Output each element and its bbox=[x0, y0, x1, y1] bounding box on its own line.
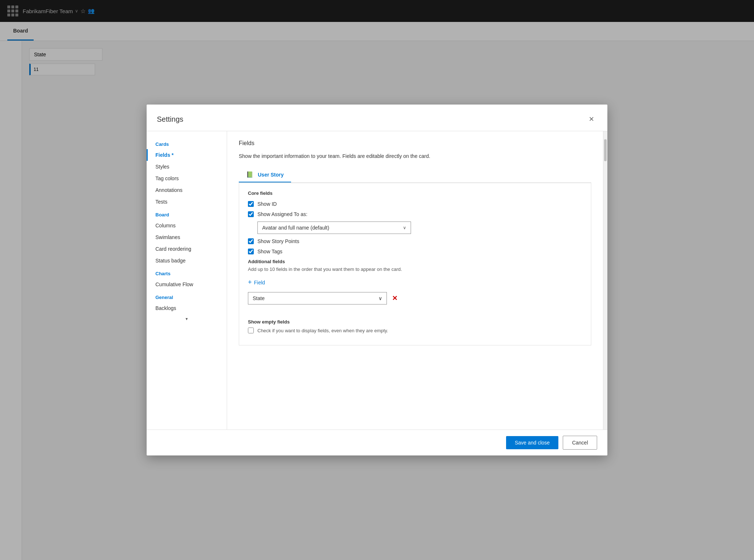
fields-section: Core fields Show ID Show Assigned To as:… bbox=[239, 183, 591, 345]
settings-nav: Cards Fields * Styles Tag colors Annotat… bbox=[147, 131, 227, 430]
scrollbar-top bbox=[603, 131, 607, 139]
user-story-tab-label: User Story bbox=[258, 172, 284, 178]
show-empty-section: Show empty fields Check if you want to d… bbox=[248, 312, 582, 333]
nav-item-backlogs[interactable]: Backlogs bbox=[147, 302, 227, 314]
modal-body: Cards Fields * Styles Tag colors Annotat… bbox=[147, 131, 607, 430]
state-dropdown-value: State bbox=[253, 295, 265, 301]
show-tags-checkbox[interactable] bbox=[248, 249, 254, 254]
cancel-button[interactable]: Cancel bbox=[563, 436, 597, 450]
nav-scroll-down-indicator: ▼ bbox=[147, 314, 227, 324]
nav-section-charts: Charts bbox=[147, 266, 227, 279]
core-fields-title: Core fields bbox=[248, 190, 582, 196]
content-section-title: Fields bbox=[239, 140, 591, 147]
show-id-checkbox[interactable] bbox=[248, 201, 254, 207]
show-empty-checkbox[interactable] bbox=[248, 328, 254, 333]
modal-title: Settings bbox=[157, 115, 183, 124]
show-tags-row: Show Tags bbox=[248, 249, 582, 254]
modal-header: Settings ✕ bbox=[147, 105, 607, 131]
show-id-row: Show ID bbox=[248, 201, 582, 207]
nav-item-tag-colors[interactable]: Tag colors bbox=[147, 173, 227, 184]
assigned-dropdown-chevron-icon: ∨ bbox=[403, 225, 406, 230]
nav-section-general: General bbox=[147, 290, 227, 302]
content-description: Show the important information to your t… bbox=[239, 152, 591, 160]
delete-state-button[interactable]: ✕ bbox=[391, 293, 399, 304]
additional-fields-section: Additional fields Add up to 10 fields in… bbox=[248, 259, 582, 304]
state-dropdown-chevron-icon: ∨ bbox=[378, 295, 382, 301]
show-empty-desc: Check if you want to display fields, eve… bbox=[257, 328, 388, 333]
show-tags-label: Show Tags bbox=[257, 249, 282, 254]
delete-icon: ✕ bbox=[392, 295, 397, 302]
modal-footer: Save and close Cancel bbox=[147, 430, 607, 455]
scrollbar-thumb[interactable] bbox=[604, 139, 607, 161]
settings-content: Fields Show the important information to… bbox=[227, 131, 603, 430]
show-story-points-checkbox[interactable] bbox=[248, 238, 254, 244]
nav-section-cards: Cards bbox=[147, 137, 227, 149]
state-field-row: State ∨ ✕ bbox=[248, 292, 582, 304]
nav-item-fields[interactable]: Fields * bbox=[147, 149, 227, 161]
nav-item-columns[interactable]: Columns bbox=[147, 220, 227, 231]
nav-item-tests[interactable]: Tests bbox=[147, 196, 227, 208]
nav-item-card-reordering[interactable]: Card reordering bbox=[147, 243, 227, 255]
show-assigned-checkbox[interactable] bbox=[248, 211, 254, 217]
save-close-button[interactable]: Save and close bbox=[506, 436, 559, 449]
show-empty-row: Check if you want to display fields, eve… bbox=[248, 328, 582, 333]
close-button[interactable]: ✕ bbox=[585, 113, 597, 125]
nav-item-swimlanes[interactable]: Swimlanes bbox=[147, 231, 227, 243]
plus-icon: + bbox=[248, 279, 252, 286]
user-story-tab[interactable]: 📗 User Story bbox=[239, 167, 291, 182]
show-story-points-label: Show Story Points bbox=[257, 238, 299, 244]
settings-modal: Settings ✕ Cards Fields * Styles Tag col… bbox=[147, 105, 607, 455]
assigned-as-dropdown[interactable]: Avatar and full name (default) ∨ bbox=[257, 222, 411, 234]
show-id-label: Show ID bbox=[257, 201, 277, 207]
nav-item-styles[interactable]: Styles bbox=[147, 161, 227, 173]
additional-fields-title: Additional fields bbox=[248, 259, 582, 264]
state-field-dropdown[interactable]: State ∨ bbox=[248, 292, 387, 304]
book-icon: 📗 bbox=[246, 171, 253, 178]
show-assigned-label: Show Assigned To as: bbox=[257, 211, 308, 217]
add-field-button[interactable]: + Field bbox=[248, 277, 265, 288]
nav-section-board: Board bbox=[147, 208, 227, 220]
show-assigned-row: Show Assigned To as: bbox=[248, 211, 582, 217]
nav-item-cumulative-flow[interactable]: Cumulative Flow bbox=[147, 279, 227, 290]
nav-item-status-badge[interactable]: Status badge bbox=[147, 255, 227, 266]
work-item-tabs: 📗 User Story bbox=[239, 167, 591, 183]
modal-overlay: Settings ✕ Cards Fields * Styles Tag col… bbox=[0, 0, 754, 560]
add-field-label: Field bbox=[254, 280, 265, 285]
show-empty-title: Show empty fields bbox=[248, 319, 582, 325]
show-story-points-row: Show Story Points bbox=[248, 238, 582, 244]
additional-fields-desc: Add up to 10 fields in the order that yo… bbox=[248, 266, 582, 272]
assigned-dropdown-value: Avatar and full name (default) bbox=[262, 225, 329, 231]
nav-item-annotations[interactable]: Annotations bbox=[147, 184, 227, 196]
modal-scrollbar[interactable] bbox=[603, 131, 607, 430]
